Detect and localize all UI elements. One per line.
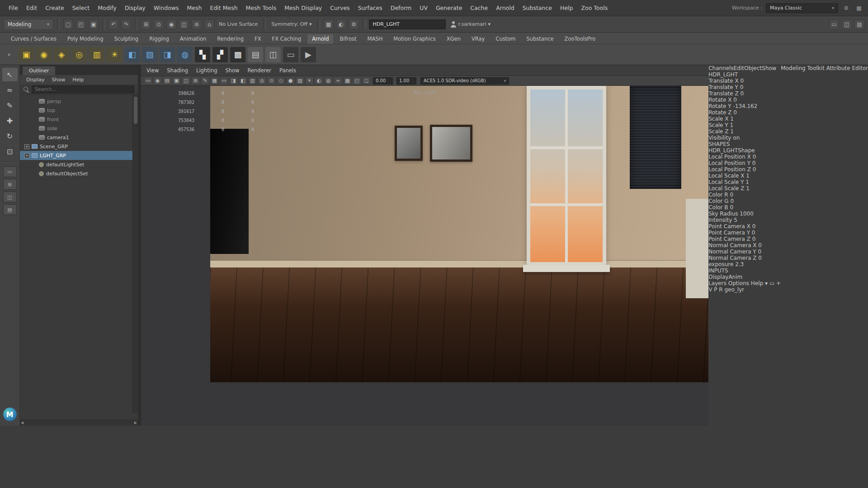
channel-row[interactable]: Normal Camera Z 0 <box>708 255 781 261</box>
shelf-tab[interactable]: Motion Graphics <box>389 34 440 44</box>
quick-selection-field[interactable]: HDR_LGHT <box>369 19 446 29</box>
menu-item[interactable]: Display <box>121 3 150 13</box>
snap-to-plane-button[interactable]: ◫ <box>179 19 189 29</box>
outliner-menu-item[interactable]: Display <box>26 77 45 83</box>
sidebar-tab-modeling-toolkit[interactable]: Modeling Toolkit <box>781 65 825 71</box>
menu-item[interactable]: Zoo Tools <box>577 3 612 13</box>
channel-row[interactable]: Local Position X 0 <box>708 154 781 160</box>
menu-item[interactable]: Mesh <box>183 3 206 13</box>
smooth-shade-icon[interactable]: ● <box>286 77 295 84</box>
account-menu[interactable]: r.sarkamari ▾ <box>448 21 493 28</box>
channel-value-field[interactable]: 0 <box>758 255 762 261</box>
menu-item[interactable]: Curves <box>326 3 354 13</box>
channel-value-field[interactable]: 5 <box>734 217 737 223</box>
menu-item[interactable]: Generate <box>432 3 466 13</box>
layer-playback-toggle[interactable]: P <box>714 286 717 293</box>
scroll-left-icon[interactable]: ◀ <box>21 421 24 425</box>
arnold-toon-shader-icon[interactable]: ◍ <box>177 47 193 62</box>
channel-value-field[interactable]: 1000 <box>740 211 754 217</box>
expand-icon[interactable]: + <box>24 144 29 149</box>
outliner-item[interactable]: + camera1 <box>20 133 138 142</box>
outliner-item[interactable]: + Scene_GRP <box>20 142 138 151</box>
shelf-tab[interactable]: FX <box>250 34 266 44</box>
shelf-tab[interactable]: Animation <box>175 34 211 44</box>
outliner-menu-item[interactable]: Show <box>52 77 66 83</box>
workspace-gear-icon[interactable]: ⚙ <box>842 4 851 13</box>
two-d-pan-zoom-icon[interactable]: ⊞ <box>191 77 200 84</box>
undo-button[interactable]: ↶ <box>108 19 118 29</box>
menu-item[interactable]: Windows <box>150 3 183 13</box>
view-transform-selector[interactable]: ACES 1.0 SDR-video (sRGB) ▾ <box>420 77 509 84</box>
arnold-mesh-light-icon[interactable]: ◈ <box>54 47 69 62</box>
redo-button[interactable]: ↷ <box>121 19 131 29</box>
viewport-menu-item[interactable]: Renderer <box>248 67 272 74</box>
outliner-panel-tab[interactable]: Outliner <box>23 66 55 75</box>
viewport-menu-item[interactable]: Show <box>226 67 240 74</box>
arnold-tx-manager-icon[interactable]: ▞ <box>212 47 228 62</box>
menu-item[interactable]: UV <box>415 3 432 13</box>
shelf-tab[interactable]: Custom <box>491 34 520 44</box>
arnold-render-icon[interactable]: ▭ <box>283 47 298 62</box>
menu-item[interactable]: Substance <box>519 3 556 13</box>
layer-editor-menu-item[interactable]: Help <box>751 280 763 286</box>
channel-row[interactable]: Color G 0 <box>708 198 781 204</box>
channel-row[interactable]: Color R 0 <box>708 192 781 198</box>
channel-value-field[interactable]: 0 <box>730 198 734 204</box>
grease-pencil-icon[interactable]: ✎ <box>201 77 209 84</box>
render-current-frame-button[interactable]: ▦ <box>324 19 334 29</box>
shelf-tab[interactable]: Rendering <box>212 34 248 44</box>
menu-set-selector[interactable]: Modeling ▾ <box>4 19 53 30</box>
shelf-tab[interactable]: Sculpting <box>109 34 143 44</box>
channel-value-field[interactable]: 1 <box>730 122 733 128</box>
expand-icon[interactable]: + <box>24 153 29 158</box>
arnold-standin-icon[interactable]: ◧ <box>124 47 140 62</box>
motion-blur-icon[interactable]: ≈ <box>334 77 342 84</box>
sidebar-tab-attribute-editor[interactable]: Attribute Editor <box>826 65 868 71</box>
channel-value-field[interactable]: 1 <box>745 179 749 185</box>
toggle-sidebar-channel-box-button[interactable]: ▤ <box>854 19 864 29</box>
shadows-icon[interactable]: ◐ <box>315 77 323 84</box>
screen-space-ao-icon[interactable]: ◍ <box>324 77 333 84</box>
channel-value-field[interactable]: 1 <box>746 185 750 192</box>
menu-item[interactable]: Modify <box>94 3 120 13</box>
grid-toggle-icon[interactable]: ▦ <box>210 77 219 84</box>
arnold-skydome-light-icon[interactable]: ◉ <box>36 47 52 62</box>
shape-node-name[interactable]: HDR_LGHTShape <box>708 147 781 154</box>
save-scene-button[interactable]: ▣ <box>89 19 99 29</box>
snap-to-grid-button[interactable]: ⊞ <box>141 19 151 29</box>
viewport-menu-item[interactable]: Shading <box>167 67 188 74</box>
channel-value-field[interactable]: 0 <box>752 230 755 236</box>
channel-value-field[interactable]: -134.162 <box>733 103 757 109</box>
shelf-tab[interactable]: Substance <box>522 34 558 44</box>
outliner-item[interactable]: + defaultObjectSet <box>20 169 138 178</box>
arnold-volume-icon[interactable]: ▨ <box>142 47 157 62</box>
toggle-sidebar-modeling-toolkit-button[interactable]: ▭ <box>829 19 839 29</box>
new-layer-icon[interactable]: + <box>776 280 781 286</box>
layout-four-pane-button[interactable]: ⊞ <box>3 179 17 190</box>
menu-item[interactable]: Mesh Tools <box>242 3 281 13</box>
channel-value-field[interactable]: 0 <box>730 204 733 211</box>
shelf-tab[interactable]: Rigging <box>145 34 174 44</box>
channel-row[interactable]: Local Scale Y 1 <box>708 179 781 185</box>
arnold-denoiser-icon[interactable]: ▩ <box>230 47 245 62</box>
channel-row[interactable]: Visibility on <box>708 135 781 141</box>
bookmark-icon[interactable]: ▣ <box>172 77 181 84</box>
multisample-icon[interactable]: ▩ <box>343 77 352 84</box>
layer-editor-tab[interactable]: Display <box>708 274 728 280</box>
menu-item[interactable]: Deform <box>387 3 415 13</box>
move-layer-up-icon[interactable]: ▾ <box>765 280 768 286</box>
lock-camera-icon[interactable]: ◉ <box>153 77 162 84</box>
channel-row[interactable]: Scale X 1 <box>708 116 781 122</box>
lasso-tool-button[interactable]: ≈ <box>2 83 18 97</box>
channel-value-field[interactable]: 1 <box>746 173 750 179</box>
channel-row[interactable]: Normal Camera Y 0 <box>708 249 781 255</box>
make-live-button[interactable]: ⌂ <box>204 19 214 29</box>
snap-to-point-button[interactable]: ◉ <box>166 19 176 29</box>
channel-row[interactable]: Normal Camera X 0 <box>708 242 781 249</box>
arnold-photometric-light-icon[interactable]: ◎ <box>71 47 87 62</box>
channel-row[interactable]: Color B 0 <box>708 204 781 211</box>
menu-item[interactable]: Edit <box>22 3 41 13</box>
snap-to-center-button[interactable]: ⊚ <box>192 19 202 29</box>
outliner-item[interactable]: + defaultLightSet <box>20 160 138 169</box>
paint-select-tool-button[interactable]: ✎ <box>2 99 18 112</box>
